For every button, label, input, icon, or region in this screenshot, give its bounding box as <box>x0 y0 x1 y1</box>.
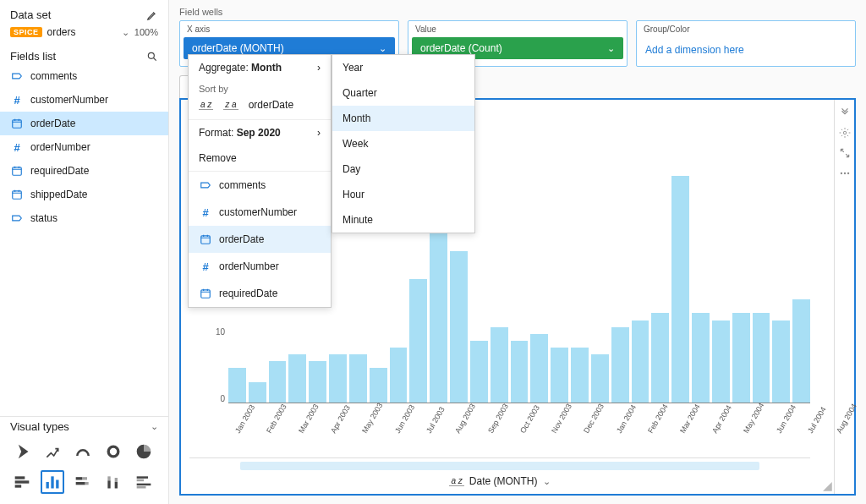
dd-sort-field: orderDate <box>249 99 293 111</box>
bar[interactable] <box>692 313 710 403</box>
vis-auto[interactable] <box>10 440 34 463</box>
bar[interactable] <box>671 176 689 403</box>
bar[interactable] <box>571 348 589 403</box>
bar[interactable] <box>349 354 367 403</box>
spice-badge: SPICE <box>10 27 42 37</box>
agg-option-hour[interactable]: Hour <box>332 182 474 207</box>
sort-asc-icon[interactable]: a z <box>449 476 463 486</box>
chevron-down-icon: ⌄ <box>543 476 551 487</box>
svg-rect-1 <box>13 120 22 128</box>
visual-types-grid <box>0 435 168 499</box>
bar[interactable] <box>409 279 427 403</box>
dd-fields-list: comments#customerNumberorderDate#orderNu… <box>189 172 331 307</box>
bar[interactable] <box>651 313 669 403</box>
bar[interactable] <box>269 361 287 403</box>
bar[interactable] <box>288 354 306 403</box>
well-group[interactable]: Group/Color Add a dimension here <box>636 20 856 67</box>
bar[interactable] <box>551 348 568 403</box>
vis-hbar-grouped[interactable] <box>132 470 156 494</box>
dd-remove[interactable]: Remove <box>189 145 331 172</box>
dd-format[interactable]: Format: Sep 2020 › <box>189 120 331 145</box>
chevron-down-icon: ⌄ <box>379 43 386 54</box>
field-item-status[interactable]: status <box>0 206 168 230</box>
fields-header-label: Fields list <box>10 50 56 63</box>
bar[interactable] <box>309 361 326 403</box>
svg-rect-16 <box>107 476 110 480</box>
dd-sort-row[interactable]: a z z a orderDate <box>189 94 331 120</box>
gear-icon[interactable] <box>839 127 851 139</box>
bar[interactable] <box>712 320 730 403</box>
field-item-orderNumber[interactable]: #orderNumber <box>0 135 168 159</box>
dataset-percent: 100% <box>134 27 158 37</box>
bar[interactable] <box>470 341 488 403</box>
field-label: customerNumber <box>30 94 108 106</box>
dd-aggregate[interactable]: Aggregate: Month › <box>189 55 331 80</box>
vis-stacked-vbar[interactable] <box>101 470 125 494</box>
bar[interactable] <box>390 348 408 403</box>
field-item-orderDate[interactable]: orderDate <box>0 112 168 135</box>
field-item-comments[interactable]: comments <box>0 64 168 88</box>
bar[interactable] <box>329 354 347 403</box>
field-item-customerNumber[interactable]: #customerNumber <box>0 88 168 112</box>
svg-point-0 <box>148 52 154 58</box>
sort-asc-icon[interactable]: a z <box>199 100 213 110</box>
search-icon[interactable] <box>146 51 158 63</box>
bar[interactable] <box>611 327 629 403</box>
bar[interactable] <box>450 251 468 403</box>
more-icon[interactable] <box>839 167 851 179</box>
agg-option-quarter[interactable]: Quarter <box>332 80 474 106</box>
agg-option-minute[interactable]: Minute <box>332 207 474 233</box>
x-tick: Nov 2003 <box>550 403 573 435</box>
field-item-shippedDate[interactable]: shippedDate <box>0 183 168 206</box>
bar[interactable] <box>530 334 548 403</box>
x-scroll-thumb[interactable] <box>240 462 759 470</box>
vis-vbar[interactable] <box>41 470 64 494</box>
sort-desc-icon[interactable]: z a <box>223 100 238 110</box>
vis-pie[interactable] <box>132 440 156 463</box>
agg-option-week[interactable]: Week <box>332 131 474 156</box>
bar[interactable] <box>370 368 387 403</box>
field-item-requiredDate[interactable]: requiredDate <box>0 159 168 183</box>
svg-rect-24 <box>201 290 211 298</box>
agg-option-day[interactable]: Day <box>332 156 474 182</box>
vis-hbar[interactable] <box>10 470 34 494</box>
bar[interactable] <box>511 341 529 403</box>
svg-rect-23 <box>201 236 211 244</box>
dd-field-comments[interactable]: comments <box>189 172 331 199</box>
bar[interactable] <box>632 320 650 403</box>
dd-field-customerNumber[interactable]: #customerNumber <box>189 199 331 226</box>
bar[interactable] <box>591 354 609 403</box>
agg-option-year[interactable]: Year <box>332 55 474 80</box>
x-axis-control[interactable]: a z Date (MONTH) ⌄ <box>189 472 810 487</box>
bar[interactable] <box>753 313 770 403</box>
bar[interactable] <box>792 299 810 403</box>
dd-field-requiredDate[interactable]: requiredDate <box>189 280 331 307</box>
chevron-down-icon[interactable]: ⌄ <box>151 421 158 432</box>
vis-stacked-hbar[interactable] <box>71 470 95 494</box>
bar[interactable] <box>772 320 790 403</box>
x-ticks: Jan 2003Feb 2003Mar 2003Apr 2003May 2003… <box>228 424 810 432</box>
hash-icon: # <box>199 205 212 219</box>
resize-handle-icon[interactable]: ◢ <box>823 479 832 492</box>
x-scroll-track[interactable] <box>189 457 810 472</box>
xaxis-dropdown: Aggregate: Month › Sort by a z z a order… <box>188 54 332 308</box>
bar[interactable] <box>249 382 266 403</box>
vis-gauge[interactable] <box>71 440 95 463</box>
vis-donut[interactable] <box>101 440 125 463</box>
dd-format-value: Sep 2020 <box>237 127 281 139</box>
field-label: requiredDate <box>219 288 277 299</box>
bar[interactable] <box>228 368 246 403</box>
bar[interactable] <box>732 313 750 403</box>
expand-icon[interactable] <box>839 147 851 159</box>
edit-icon[interactable] <box>146 9 158 21</box>
dd-field-orderNumber[interactable]: #orderNumber <box>189 253 331 280</box>
bar[interactable] <box>491 327 508 403</box>
agg-option-month[interactable]: Month <box>332 106 474 131</box>
well-group-label: Group/Color <box>637 21 855 37</box>
field-label: shippedDate <box>30 189 87 200</box>
vis-kpi[interactable] <box>41 440 64 463</box>
dataset-select[interactable]: SPICE orders ⌄ 100% <box>0 23 168 41</box>
dd-field-orderDate[interactable]: orderDate <box>189 226 331 253</box>
svg-rect-17 <box>115 482 118 489</box>
chevron-down-icon[interactable] <box>839 107 851 118</box>
